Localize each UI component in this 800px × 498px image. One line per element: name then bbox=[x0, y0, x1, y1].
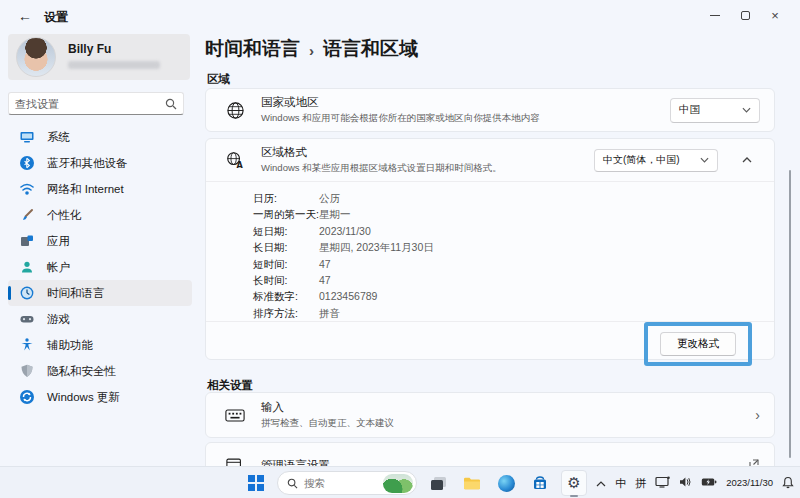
chevron-up-icon bbox=[596, 481, 606, 487]
gear-icon: ⚙ bbox=[567, 474, 580, 492]
breadcrumb-separator-icon: › bbox=[309, 40, 314, 59]
store-icon bbox=[532, 475, 548, 491]
search-input[interactable] bbox=[15, 98, 165, 110]
format-row-calendar: 日历:公历 bbox=[253, 190, 774, 206]
gaming-icon bbox=[18, 311, 35, 328]
time-language-icon bbox=[18, 285, 35, 302]
country-dropdown[interactable]: 中国 bbox=[670, 98, 760, 123]
format-value: 公历 bbox=[319, 190, 340, 206]
close-button[interactable]: × bbox=[760, 4, 790, 26]
format-label: 日历: bbox=[253, 190, 319, 206]
sidebar-item-label: 游戏 bbox=[47, 312, 70, 327]
tray-chevron-up-button[interactable] bbox=[596, 477, 606, 489]
breadcrumb-parent[interactable]: 时间和语言 bbox=[205, 36, 300, 62]
chevron-up-icon bbox=[742, 157, 752, 163]
sidebar-item-label: 网络和 Internet bbox=[47, 182, 124, 197]
sidebar-item-bluetooth[interactable]: 蓝牙和其他设备 bbox=[8, 150, 192, 176]
accessibility-icon bbox=[18, 337, 35, 354]
country-dropdown-value: 中国 bbox=[679, 103, 700, 117]
sidebar-item-time-language[interactable]: 时间和语言 bbox=[8, 280, 192, 306]
breadcrumb: 时间和语言 › 语言和区域 bbox=[205, 36, 418, 62]
format-value: 47 bbox=[319, 256, 331, 272]
monitor-icon bbox=[655, 476, 670, 488]
format-value: 47 bbox=[319, 272, 331, 288]
sidebar-item-label: 辅助功能 bbox=[47, 338, 93, 353]
format-details: 日历:公历 一周的第一天:星期一 短日期:2023/11/30 长日期:星期四,… bbox=[206, 182, 774, 321]
format-value: 0123456789 bbox=[319, 288, 377, 304]
accounts-icon bbox=[18, 259, 35, 276]
chevron-down-icon bbox=[700, 157, 709, 163]
taskbar-search-input[interactable] bbox=[304, 477, 377, 489]
keyboard-icon bbox=[225, 405, 245, 425]
sidebar-item-accessibility[interactable]: 辅助功能 bbox=[8, 332, 192, 358]
minimize-button[interactable] bbox=[700, 4, 730, 26]
apps-icon bbox=[18, 233, 35, 250]
search-icon bbox=[287, 478, 298, 489]
windows-logo-icon bbox=[248, 475, 264, 491]
profile-email-blurred bbox=[68, 61, 160, 69]
format-label: 短日期: bbox=[253, 223, 319, 239]
task-view-button[interactable] bbox=[425, 470, 451, 496]
sidebar-item-privacy[interactable]: 隐私和安全性 bbox=[8, 358, 192, 384]
clock-date-button[interactable]: 2023/11/30 bbox=[726, 478, 773, 488]
sidebar-item-system[interactable]: 系统 bbox=[8, 124, 192, 150]
maximize-icon bbox=[741, 11, 750, 20]
format-row-first-day: 一周的第一天:星期一 bbox=[253, 206, 774, 222]
annotation-highlight-box: 更改格式 bbox=[644, 322, 752, 366]
notifications-button[interactable] bbox=[782, 476, 794, 491]
format-footer: 更改格式 bbox=[206, 321, 774, 361]
profile-name: Billy Fu bbox=[68, 42, 111, 56]
taskbar-search[interactable] bbox=[277, 471, 417, 495]
typing-card[interactable]: 输入 拼写检查、自动更正、文本建议 › bbox=[205, 392, 775, 438]
search-icon bbox=[165, 98, 177, 110]
settings-app-button[interactable]: ⚙ bbox=[561, 470, 587, 496]
cast-display-button[interactable] bbox=[655, 476, 670, 490]
chevron-down-icon bbox=[742, 107, 751, 113]
bluetooth-icon bbox=[18, 155, 35, 172]
sidebar-item-network[interactable]: 网络和 Internet bbox=[8, 176, 192, 202]
sidebar-item-label: Windows 更新 bbox=[47, 390, 120, 405]
sidebar-item-personalization[interactable]: 个性化 bbox=[8, 202, 192, 228]
ime-language-button[interactable]: 中 bbox=[615, 476, 626, 491]
settings-search[interactable] bbox=[8, 92, 184, 115]
regional-format-dropdown[interactable]: 中文(简体，中国) bbox=[594, 149, 718, 172]
format-value: 拼音 bbox=[319, 305, 340, 321]
sidebar-item-gaming[interactable]: 游戏 bbox=[8, 306, 192, 332]
ime-mode-button[interactable]: 拼 bbox=[635, 476, 646, 491]
file-explorer-button[interactable] bbox=[459, 470, 485, 496]
sidebar-item-apps[interactable]: 应用 bbox=[8, 228, 192, 254]
collapse-expander-button[interactable] bbox=[734, 157, 760, 163]
format-row-standard-digits: 标准数字:0123456789 bbox=[253, 288, 774, 304]
maximize-button[interactable] bbox=[730, 4, 760, 26]
profile-card[interactable]: Billy Fu bbox=[8, 34, 190, 80]
battery-icon bbox=[701, 477, 717, 487]
start-button[interactable] bbox=[243, 470, 269, 496]
country-card-subtitle: Windows 和应用可能会根据你所在的国家或地区向你提供本地内容 bbox=[261, 112, 654, 125]
format-label: 长时间: bbox=[253, 272, 319, 288]
microsoft-store-button[interactable] bbox=[527, 470, 553, 496]
format-value: 星期一 bbox=[319, 206, 351, 222]
privacy-icon bbox=[18, 363, 35, 380]
sidebar-nav: 系统 蓝牙和其他设备 网络和 Internet 个性化 应用 帐户 时间和语言 bbox=[0, 124, 200, 410]
sidebar-item-windows-update[interactable]: Windows 更新 bbox=[8, 384, 192, 410]
sidebar-item-accounts[interactable]: 帐户 bbox=[8, 254, 192, 280]
edge-button[interactable] bbox=[493, 470, 519, 496]
task-view-icon bbox=[430, 476, 447, 491]
back-button[interactable]: ← bbox=[12, 6, 38, 26]
regional-format-header[interactable]: A 区域格式 Windows 和某些应用根据区域格式设置日期和时间格式。 中文(… bbox=[206, 139, 774, 182]
format-row-long-date: 长日期:星期四, 2023年11月30日 bbox=[253, 239, 774, 255]
chevron-right-icon: › bbox=[755, 407, 760, 423]
typing-card-title: 输入 bbox=[261, 400, 739, 415]
country-card-title: 国家或地区 bbox=[261, 95, 654, 110]
format-value: 星期四, 2023年11月30日 bbox=[319, 239, 434, 255]
battery-button[interactable] bbox=[701, 477, 717, 489]
avatar bbox=[16, 37, 56, 77]
system-icon bbox=[18, 129, 35, 146]
volume-button[interactable] bbox=[679, 476, 692, 490]
sidebar: Billy Fu 系统 蓝牙和其他设备 网络和 Internet 个性化 应用 bbox=[0, 32, 200, 466]
format-card-subtitle: Windows 和某些应用根据区域格式设置日期和时间格式。 bbox=[261, 162, 578, 175]
scrollbar[interactable] bbox=[789, 170, 791, 458]
region-section-label: 区域 bbox=[207, 72, 230, 87]
change-formats-button[interactable]: 更改格式 bbox=[660, 332, 736, 356]
format-value: 2023/11/30 bbox=[319, 223, 371, 239]
